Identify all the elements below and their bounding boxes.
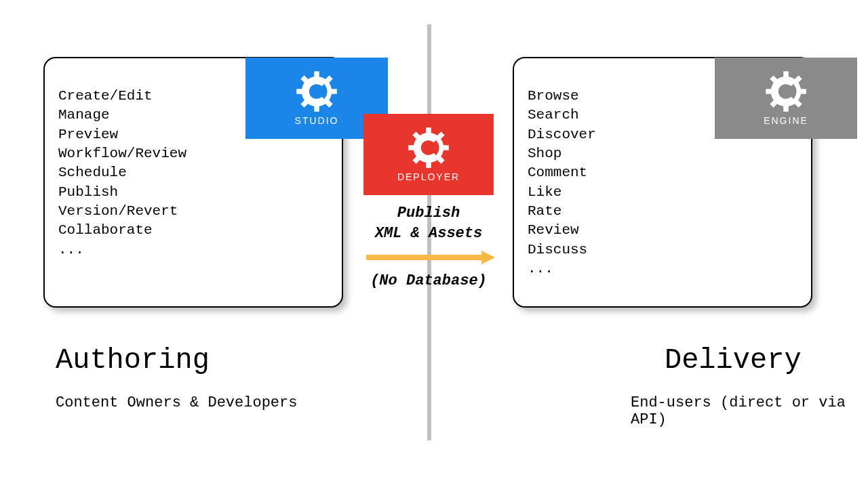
delivery-card: ENGINE Browse Search Discover Shop Comme… [513, 57, 812, 308]
deployer-badge-label: DEPLOYER [397, 171, 460, 182]
svg-rect-12 [800, 89, 806, 94]
delivery-title: Delivery [665, 344, 802, 377]
svg-rect-14 [783, 106, 788, 112]
deployer-badge: DEPLOYER [363, 114, 494, 195]
engine-badge-label: ENGINE [764, 115, 808, 126]
gear-c-icon [408, 127, 450, 169]
flow-arrow-icon [366, 251, 495, 264]
authoring-subtitle: Content Owners & Developers [56, 394, 297, 411]
svg-rect-0 [314, 71, 319, 77]
publish-caption: Publish XML & Assets [358, 203, 499, 243]
no-database-caption: (No Database) [358, 271, 499, 291]
svg-rect-16 [766, 89, 772, 94]
svg-rect-4 [314, 106, 319, 112]
delivery-subtitle: End-users (direct or via API) [631, 394, 868, 428]
svg-rect-24 [426, 162, 431, 168]
svg-marker-31 [481, 251, 495, 264]
svg-rect-2 [331, 89, 337, 94]
studio-badge-label: STUDIO [295, 115, 339, 126]
svg-rect-22 [443, 145, 449, 150]
svg-rect-26 [408, 145, 414, 150]
gear-c-icon [765, 70, 807, 112]
authoring-card: STUDIO Create/Edit Manage Preview Workfl… [43, 57, 343, 308]
gear-c-icon [296, 70, 338, 112]
svg-rect-20 [426, 127, 431, 133]
svg-rect-10 [783, 71, 788, 77]
authoring-title: Authoring [56, 344, 210, 377]
svg-rect-6 [296, 89, 302, 94]
engine-badge: ENGINE [715, 58, 857, 139]
